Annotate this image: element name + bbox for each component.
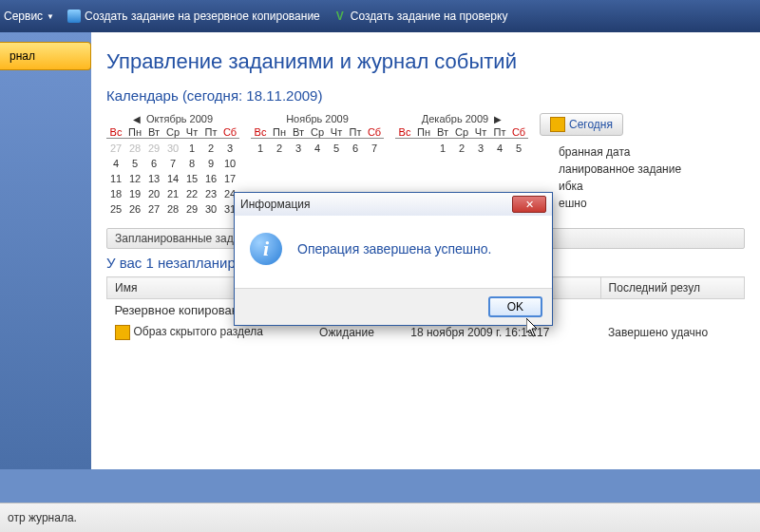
- calendar-oct: ◀ Октябрь 2009 ВсПнВтСрЧтПтСб 2728293012…: [106, 113, 239, 217]
- btn-create-backup-label: Создать задание на резервное копирование: [85, 10, 320, 23]
- calendar-icon: [550, 117, 565, 132]
- legend-item: ешно: [540, 197, 682, 210]
- sidebar-tab-journal-label: рнал: [10, 49, 35, 63]
- btn-create-check[interactable]: V Создать задание на проверку: [333, 10, 508, 23]
- next-month-icon[interactable]: ▶: [494, 114, 502, 124]
- calendar-heading: Календарь (сегодня: 18.11.2009): [106, 87, 745, 104]
- legend-item: бранная дата: [540, 145, 682, 159]
- info-dialog: Информация ✕ i Операция завершена успешн…: [234, 192, 553, 326]
- calendar-nov: Ноябрь 2009 ВсПнВтСрЧтПтСб 1234567: [251, 113, 384, 156]
- close-icon: ✕: [525, 199, 534, 211]
- weekday-row: ВсПнВтСрЧтПтСб: [106, 126, 239, 139]
- legend-item: ланированное задание: [540, 162, 682, 176]
- toolbar: Сервис ▼ Создать задание на резервное ко…: [0, 0, 760, 33]
- prev-month-icon[interactable]: ◀: [133, 114, 141, 124]
- info-icon: i: [250, 233, 282, 265]
- dialog-title: Информация: [240, 198, 310, 211]
- legend: бранная дата ланированное задание ибка е…: [540, 145, 682, 210]
- today-button[interactable]: Сегодня: [540, 113, 623, 136]
- menu-service-label: Сервис: [4, 10, 43, 23]
- task-icon: [115, 325, 130, 340]
- sidebar: рнал: [0, 32, 91, 469]
- statusbar-text: отр журнала.: [8, 511, 77, 524]
- today-button-label: Сегодня: [569, 118, 613, 131]
- task-result: Завершено удачно: [600, 321, 744, 344]
- calendar-dec: Декабрь 2009 ▶ ВсПнВтСрЧтПтСб 12345: [395, 113, 528, 156]
- btn-create-check-label: Создать задание на проверку: [351, 10, 508, 23]
- btn-create-backup[interactable]: Создать задание на резервное копирование: [67, 10, 320, 23]
- statusbar: отр журнала.: [0, 503, 760, 532]
- calendar-side: Сегодня бранная дата ланированное задани…: [540, 113, 682, 214]
- chevron-down-icon: ▼: [47, 12, 54, 21]
- col-result[interactable]: Последний резул: [600, 277, 744, 299]
- sidebar-tab-journal[interactable]: рнал: [0, 42, 91, 70]
- dialog-message: Операция завершена успешно.: [297, 241, 491, 256]
- month-label-oct: Октябрь 2009: [146, 113, 213, 124]
- legend-item: ибка: [540, 180, 682, 193]
- month-label-dec: Декабрь 2009: [422, 113, 488, 124]
- close-button[interactable]: ✕: [512, 196, 546, 213]
- check-icon: V: [333, 10, 347, 23]
- menu-service[interactable]: Сервис ▼: [4, 10, 54, 23]
- upload-icon: [67, 10, 81, 23]
- task-name: Образ скрытого раздела: [134, 325, 263, 338]
- month-label-nov: Ноябрь 2009: [286, 113, 349, 124]
- ok-button[interactable]: OK: [488, 296, 542, 317]
- dialog-titlebar[interactable]: Информация ✕: [235, 193, 552, 216]
- page-title: Управление заданиями и журнал событий: [106, 49, 745, 74]
